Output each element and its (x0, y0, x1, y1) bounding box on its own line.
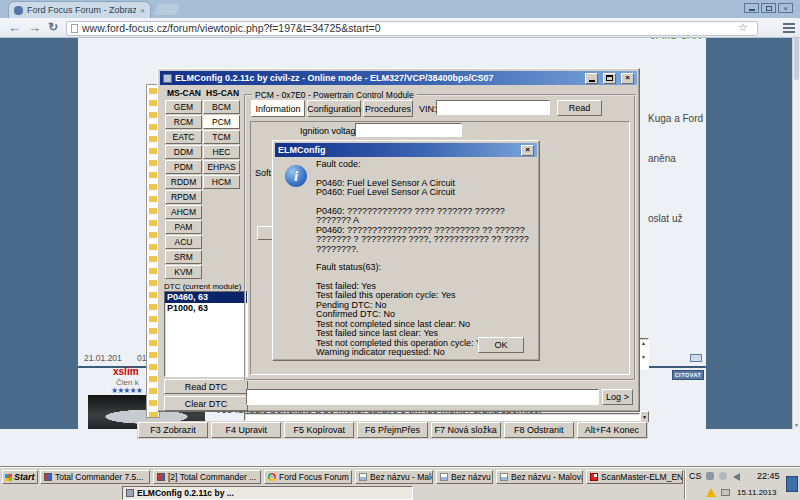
command-input[interactable] (246, 389, 599, 405)
chrome-icon (268, 473, 276, 481)
browser-tab[interactable]: Ford Focus Forum - Zobrazi × (8, 1, 151, 18)
taskbar-button-label: Total Commander 7.5... (55, 472, 143, 482)
url-bar[interactable]: www.ford-focus.cz/forum/viewtopic.php?f=… (66, 21, 758, 36)
page-scrollbar[interactable]: ▲ ▼ (792, 0, 800, 429)
module-button-srm[interactable]: SRM (165, 250, 202, 264)
tab-title: Ford Focus Forum - Zobrazi (27, 5, 136, 15)
taskbar-button-label: Bez názvu - Malování (370, 472, 433, 482)
tab-information[interactable]: Information (251, 100, 305, 117)
window-close-button[interactable]: × (778, 3, 793, 13)
menu-icon[interactable] (783, 23, 795, 25)
taskbar-button-total-commander-1[interactable]: Total Commander 7.5... (40, 470, 150, 484)
taskbar-button-total-commander-2[interactable]: [2] Total Commander ... (153, 470, 261, 484)
module-button-rddm[interactable]: RDDM (165, 175, 202, 189)
module-button-rpdm[interactable]: RPDM (165, 190, 202, 204)
tray-blue-icon[interactable] (786, 476, 798, 492)
hs-can-label: HS-CAN (206, 88, 239, 98)
module-button-pdm[interactable]: PDM (165, 160, 202, 174)
taskbar-button-paint-2[interactable]: Bez názvu - Malování (436, 470, 493, 484)
tray-warning-icon[interactable] (706, 488, 716, 497)
clear-dtc-button[interactable]: Clear DTC (164, 396, 248, 411)
read-dtc-button[interactable]: Read DTC (164, 379, 248, 394)
module-button-eatc[interactable]: EATC (165, 130, 202, 144)
ignition-voltage-input[interactable] (355, 123, 462, 137)
tab-procedures[interactable]: Procedures (363, 100, 413, 117)
module-button-gem[interactable]: GEM (165, 100, 202, 114)
quote-button[interactable]: CITOVAT (672, 370, 704, 380)
module-button-ehpas[interactable]: EHPAS (203, 160, 240, 174)
dtc-listbox[interactable]: P0460, 63 P1000, 63 (164, 291, 248, 377)
dialog-message: Fault code: P0460: Fuel Level Sensor A C… (316, 160, 532, 358)
log-button[interactable]: Log > (602, 389, 633, 405)
module-button-bcm[interactable]: BCM (203, 100, 240, 114)
taskbar-button-paint-1[interactable]: Bez názvu - Malování (355, 470, 433, 484)
dialog-line: P0460: Fuel Level Sensor A Circuit (316, 188, 532, 198)
window-minimize-button[interactable] (744, 3, 759, 13)
back-icon[interactable]: ← (8, 20, 21, 35)
tray-battery-icon[interactable] (721, 489, 730, 496)
dialog-close-button[interactable]: × (521, 145, 534, 156)
tray-date[interactable]: 15.11.2013 (737, 488, 776, 497)
language-indicator[interactable]: CS (689, 471, 702, 481)
tab-close-icon[interactable]: × (140, 6, 145, 15)
reload-icon[interactable]: ↻ (48, 20, 58, 34)
vin-input[interactable] (436, 100, 550, 115)
module-button-kvm[interactable]: KVM (165, 265, 202, 279)
start-label: Start (14, 472, 35, 482)
module-button-ddm[interactable]: DDM (165, 145, 202, 159)
tray-separator (684, 470, 686, 499)
elmconfig-minimize-button[interactable] (585, 73, 598, 84)
tab-configuration[interactable]: Configuration (307, 100, 361, 117)
pcm-groupbox-title: PCM - 0x7E0 - Powertrain Control Module (252, 90, 417, 100)
tray-clock[interactable]: 22:45 (757, 471, 780, 481)
taskbar-button-elmconfig-active[interactable]: ELMConfig 0.2.11c by ... (122, 486, 413, 500)
taskbar-button-label: ScanMaster-ELM_EN... (601, 472, 683, 482)
dialog-line: P0460: ????????????????? ????????? ?? ??… (316, 226, 532, 255)
module-button-hcm[interactable]: HCM (203, 175, 240, 189)
info-icon: i (285, 165, 307, 187)
module-button-rcm[interactable]: RCM (165, 115, 202, 129)
elmconfig-maximize-button[interactable] (603, 73, 616, 84)
elmconfig-close-button[interactable]: × (621, 73, 634, 84)
window-restore-button[interactable] (761, 3, 776, 13)
tray-speaker-icon[interactable] (733, 473, 740, 481)
start-button[interactable]: Start (2, 470, 38, 484)
report-icon[interactable] (690, 354, 702, 362)
post-date: 21.01.201 (84, 353, 122, 363)
dialog-ok-button[interactable]: OK (478, 337, 524, 353)
page-left-band (0, 0, 78, 429)
module-button-hec[interactable]: HEC (203, 145, 240, 159)
forward-icon[interactable]: → (28, 20, 41, 35)
dtc-item-p0460[interactable]: P0460, 63 (165, 292, 247, 303)
dtc-item-p1000[interactable]: P1000, 63 (165, 303, 247, 314)
total-commander-icon (44, 473, 52, 481)
page-icon (71, 24, 78, 33)
dialog-line: Fault status(63): (316, 263, 532, 273)
module-button-pcm[interactable]: PCM (203, 115, 240, 129)
browser-toolbar: ← → ↻ www.ford-focus.cz/forum/viewtopic.… (0, 18, 800, 38)
module-button-ahcm[interactable]: AHCM (165, 205, 202, 219)
module-button-pam[interactable]: PAM (165, 220, 202, 234)
browser-tabstrip: Ford Focus Forum - Zobrazi × × (0, 0, 800, 18)
favicon-icon (14, 6, 23, 15)
post-username[interactable]: xslim (113, 366, 139, 377)
page-right-band (706, 0, 792, 429)
tray-volume-icon[interactable] (719, 472, 727, 480)
elmconfig-titlebar[interactable]: ELMConfig 0.2.11c by civil-zz - Online m… (160, 71, 637, 85)
taskbar-button-ford-focus-forum[interactable]: Ford Focus Forum - Z... (264, 470, 352, 484)
module-button-acu[interactable]: ACU (165, 235, 202, 249)
bookmark-star-icon[interactable]: ☆ (738, 21, 748, 34)
screen: Kabel připojit k PC a nainstalovat ovlad… (0, 0, 800, 500)
dialog-titlebar[interactable]: ELMConfig × (275, 143, 537, 157)
scroll-down-icon[interactable]: ▼ (793, 422, 800, 428)
fault-code-dialog: ELMConfig × i Fault code: P0460: Fuel Le… (272, 140, 540, 361)
taskbar-button-paint-3[interactable]: Bez názvu - Malování (496, 470, 583, 484)
tray-network-icon[interactable] (706, 472, 714, 480)
vin-read-button[interactable]: Read (557, 100, 602, 116)
ignition-voltage-label: Ignition voltage: (300, 126, 363, 136)
new-tab-button[interactable] (154, 4, 180, 15)
taskbar-button-scanmaster[interactable]: ScanMaster-ELM_EN... (586, 470, 683, 484)
dtc-list-label: DTC (current module) (164, 282, 241, 291)
module-button-tcm[interactable]: TCM (203, 130, 240, 144)
dialog-line: P0460: ????????????? ???? ??????? ??????… (316, 207, 532, 226)
